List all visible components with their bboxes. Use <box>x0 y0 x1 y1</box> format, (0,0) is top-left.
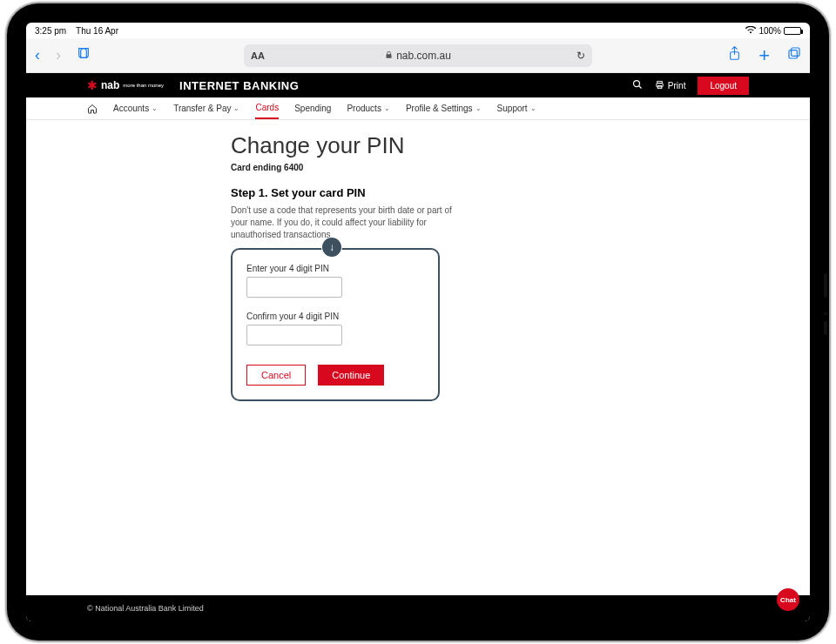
chevron-down-icon: ⌄ <box>233 104 239 112</box>
nav-transfer-pay[interactable]: Transfer & Pay ⌄ <box>173 97 239 119</box>
status-left: 3:25 pm Thu 16 Apr <box>35 26 118 36</box>
pin-field-label: Enter your 4 digit PIN <box>246 264 424 273</box>
reload-button[interactable]: ↻ <box>576 50 585 62</box>
app-title: INTERNET BANKING <box>179 79 299 92</box>
chevron-down-icon: ⌄ <box>530 104 536 112</box>
confirm-pin-input[interactable] <box>246 325 342 345</box>
new-tab-button[interactable]: + <box>758 44 770 67</box>
logout-button[interactable]: Logout <box>698 77 749 95</box>
cancel-button[interactable]: Cancel <box>246 365 306 386</box>
safari-toolbar: ‹ › AA nab.com.au ↻ + <box>26 38 810 73</box>
svg-rect-1 <box>792 48 799 56</box>
home-icon-link[interactable] <box>87 97 98 119</box>
device-button <box>824 321 827 335</box>
nav-label: Products <box>347 104 381 113</box>
continue-button[interactable]: Continue <box>318 365 384 386</box>
text-size-button[interactable]: AA <box>251 50 265 61</box>
lock-icon <box>385 50 393 62</box>
device-button <box>824 312 827 315</box>
wifi-icon <box>745 26 756 36</box>
arrow-down-icon: ↓ <box>329 241 334 253</box>
bank-footer: © National Australia Bank Limited Chat <box>26 595 810 621</box>
search-icon[interactable] <box>632 79 643 92</box>
status-right: 100% <box>745 26 801 36</box>
tablet-device-frame: 3:25 pm Thu 16 Apr 100% ‹ › <box>7 3 829 641</box>
chat-label: Chat <box>780 596 796 604</box>
url-host: nab.com.au <box>396 50 451 62</box>
page-title: Change your PIN <box>231 132 701 159</box>
ios-status-bar: 3:25 pm Thu 16 Apr 100% <box>26 23 810 38</box>
nav-label: Transfer & Pay <box>173 104 231 113</box>
brand-tagline: more than money <box>123 83 164 88</box>
device-button <box>824 273 827 298</box>
chat-button[interactable]: Chat <box>777 588 799 611</box>
main-content: Change your PIN Card ending 6400 Step 1.… <box>26 120 810 595</box>
url-bar[interactable]: AA nab.com.au ↻ <box>244 44 592 67</box>
bank-header: ✱ nab more than money INTERNET BANKING P… <box>26 73 810 97</box>
battery-percent: 100% <box>758 26 781 36</box>
forward-button[interactable]: › <box>56 46 61 64</box>
pin-input[interactable] <box>246 277 342 298</box>
nav-support[interactable]: Support ⌄ <box>497 97 536 119</box>
status-date: Thu 16 Apr <box>76 26 118 36</box>
nav-label: Cards <box>255 103 279 112</box>
nav-label: Accounts <box>113 104 149 113</box>
footer-copyright: © National Australia Bank Limited <box>87 604 204 613</box>
nab-logo[interactable]: ✱ nab more than money <box>87 78 164 92</box>
print-link[interactable]: Print <box>655 80 686 91</box>
chevron-down-icon: ⌄ <box>152 104 158 112</box>
secondary-nav: Accounts ⌄ Transfer & Pay ⌄ Cards Spendi… <box>26 97 810 120</box>
print-icon <box>655 80 664 91</box>
nav-label: Support <box>497 104 528 113</box>
print-label: Print <box>668 81 686 91</box>
chevron-down-icon: ⌄ <box>475 104 482 112</box>
confirm-pin-label: Confirm your 4 digit PIN <box>246 312 424 321</box>
back-button[interactable]: ‹ <box>35 46 40 64</box>
card-subtitle: Card ending 6400 <box>231 163 701 172</box>
nab-star-icon: ✱ <box>87 78 98 92</box>
brand-name: nab <box>101 79 119 91</box>
pin-form: Enter your 4 digit PIN Confirm your 4 di… <box>231 248 440 401</box>
nav-label: Profile & Settings <box>406 104 473 113</box>
battery-icon <box>784 27 801 35</box>
status-time: 3:25 pm <box>35 26 66 36</box>
help-text: Don't use a code that represents your bi… <box>231 205 457 241</box>
share-button[interactable] <box>728 46 741 65</box>
nav-profile-settings[interactable]: Profile & Settings ⌄ <box>406 97 482 119</box>
svg-rect-2 <box>789 50 797 58</box>
svg-point-3 <box>633 80 639 86</box>
nav-cards[interactable]: Cards <box>255 97 279 119</box>
annotation-marker: ↓ <box>322 238 341 257</box>
nav-products[interactable]: Products ⌄ <box>347 97 389 119</box>
step-heading: Step 1. Set your card PIN <box>231 186 701 199</box>
tablet-screen: 3:25 pm Thu 16 Apr 100% ‹ › <box>26 23 810 621</box>
nav-accounts[interactable]: Accounts ⌄ <box>113 97 158 119</box>
tabs-button[interactable] <box>787 46 801 64</box>
bookmarks-button[interactable] <box>77 46 91 64</box>
chevron-down-icon: ⌄ <box>384 104 390 112</box>
nav-spending[interactable]: Spending <box>294 97 331 119</box>
nav-label: Spending <box>294 104 331 113</box>
